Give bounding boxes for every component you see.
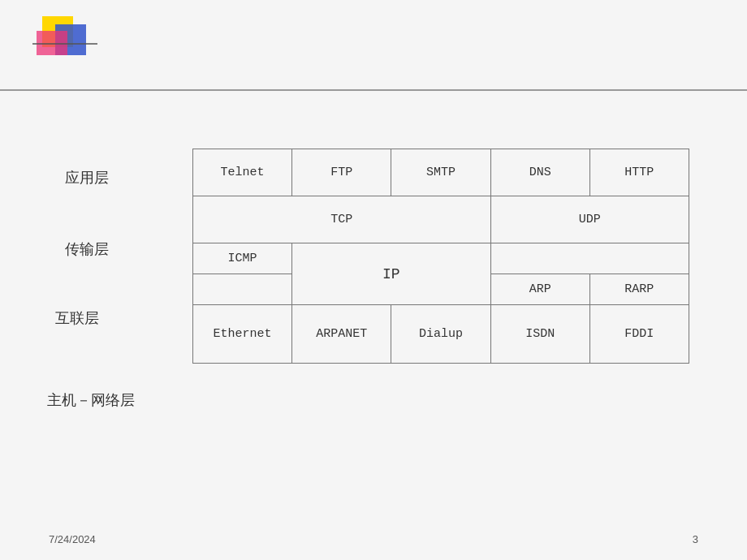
footer-date: 7/24/2024	[49, 533, 96, 545]
cell-arpanet: ARPANET	[292, 305, 391, 364]
cell-dns: DNS	[490, 149, 589, 196]
cell-ethernet: Ethernet	[193, 305, 292, 364]
cell-fddi: FDDI	[589, 305, 689, 364]
cell-rarp: RARP	[589, 274, 689, 305]
layer-label-trans: 传输层	[65, 239, 109, 259]
footer-page: 3	[693, 533, 698, 545]
cell-ftp: FTP	[292, 149, 391, 196]
cell-ip: IP	[292, 243, 490, 305]
cell-arp: ARP	[490, 274, 589, 305]
slide: 应用层 传输层 互联层 主机－网络层 Telnet FTP SMTP DNS H…	[0, 0, 747, 560]
link-layer-row: Ethernet ARPANET Dialup ISDN FDDI	[193, 305, 689, 364]
layer-label-net: 互联层	[55, 308, 99, 328]
layer-label-app: 应用层	[65, 168, 109, 187]
protocol-table: Telnet FTP SMTP DNS HTTP TCP UDP ICMP IP…	[192, 149, 689, 364]
cell-tcp: TCP	[193, 196, 491, 243]
app-layer-row: Telnet FTP SMTP DNS HTTP	[193, 149, 689, 196]
cell-dialup: Dialup	[391, 305, 490, 364]
svg-rect-2	[37, 31, 67, 55]
cell-isdn: ISDN	[490, 305, 589, 364]
logo-icon	[32, 15, 97, 67]
header-divider	[0, 89, 747, 91]
cell-icmp: ICMP	[193, 243, 292, 274]
net-layer-icmp-row: ICMP IP	[193, 243, 689, 274]
cell-udp: UDP	[490, 196, 689, 243]
cell-telnet: Telnet	[193, 149, 292, 196]
cell-icmp-spacer	[193, 274, 292, 305]
cell-http: HTTP	[589, 149, 689, 196]
trans-layer-row: TCP UDP	[193, 196, 689, 243]
layer-label-link: 主机－网络层	[47, 390, 135, 411]
cell-smtp: SMTP	[391, 149, 490, 196]
